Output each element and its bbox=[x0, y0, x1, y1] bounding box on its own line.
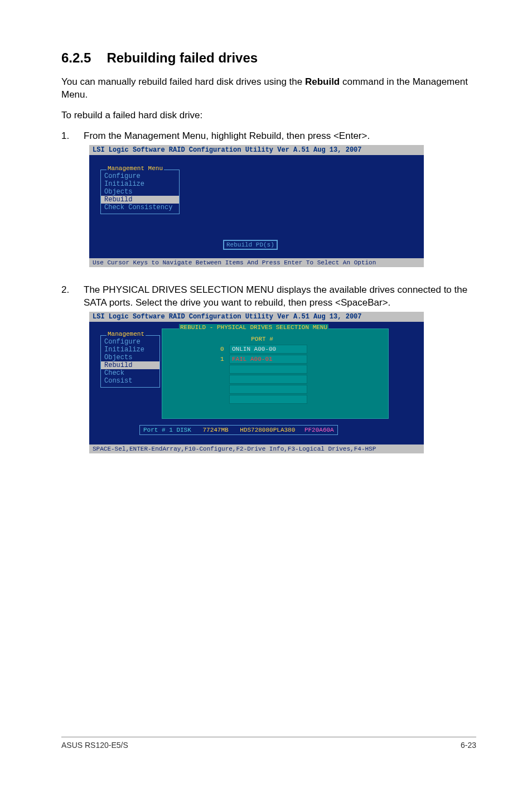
port-row[interactable]: 0ONLIN A00-00 bbox=[215, 345, 388, 354]
step1-b: , highlight bbox=[206, 131, 249, 141]
port-cell bbox=[229, 365, 307, 374]
step1-bold1: Management Menu bbox=[124, 131, 206, 141]
port-row bbox=[215, 395, 388, 404]
step-number: 2. bbox=[61, 284, 84, 310]
management-menu-legend: Management Menu bbox=[107, 165, 164, 172]
disk-info-panel: Port # 1 DISK 77247MB HDS728080PLA380 PF… bbox=[139, 425, 338, 435]
step-text: The PHYSICAL DRIVES SELECTION MENU displ… bbox=[84, 284, 476, 310]
disk-info-model: HDS728080PLA380 bbox=[240, 427, 295, 433]
step1-c: , then press <Enter>. bbox=[281, 131, 370, 141]
port-row bbox=[215, 365, 388, 374]
intro-paragraph: You can manually rebuild failed hard dis… bbox=[61, 76, 476, 102]
section-number: 6.2.5 bbox=[61, 50, 91, 65]
menu-item-objects[interactable]: Objects bbox=[101, 188, 179, 196]
menu-item-check-consist-2[interactable]: Check Consist bbox=[101, 369, 159, 385]
window-titlebar-2: LSI Logic Software RAID Configuration Ut… bbox=[89, 312, 424, 322]
management-menu-panel: Management Menu Configure Initialize Obj… bbox=[100, 170, 180, 214]
section-heading: 6.2.5Rebuilding failed drives bbox=[61, 50, 476, 66]
section-title: Rebuilding failed drives bbox=[107, 50, 258, 65]
menu-item-initialize-2[interactable]: Initialize bbox=[101, 346, 159, 354]
disk-info-serial: PF20A60A bbox=[304, 427, 334, 433]
port-header: PORT # bbox=[224, 335, 301, 344]
step1-bold2: Rebuild bbox=[249, 131, 282, 141]
menu-item-rebuild-2[interactable]: Rebuild bbox=[101, 361, 159, 369]
step2-a: The bbox=[84, 284, 103, 295]
disk-info-port: Port # 1 DISK bbox=[143, 427, 191, 433]
menu-item-rebuild[interactable]: Rebuild bbox=[101, 196, 179, 204]
intro-text-a: You can manually rebuild failed hard dis… bbox=[61, 76, 305, 87]
window-statusbar-2: SPACE-Sel,ENTER-EndArray,F10-Configure,F… bbox=[89, 445, 424, 453]
port-cell[interactable]: ONLIN A00-00 bbox=[229, 345, 307, 354]
port-cell bbox=[229, 375, 307, 384]
drive-selection-panel: REBUILD - PHYSICAL DRIVES SELECTION MENU… bbox=[162, 328, 389, 419]
screenshot-2: LSI Logic Software RAID Configuration Ut… bbox=[89, 312, 476, 453]
procedure-lead: To rebuild a failed hard disk drive: bbox=[61, 109, 476, 122]
footer-left: ASUS RS120-E5/S bbox=[61, 741, 128, 750]
step-2: 2. The PHYSICAL DRIVES SELECTION MENU di… bbox=[61, 284, 476, 310]
port-cell-fail[interactable]: FAIL A00-01 bbox=[229, 355, 307, 364]
footer-right: 6-23 bbox=[461, 741, 476, 750]
port-cell bbox=[229, 395, 307, 404]
step-number: 1. bbox=[61, 130, 84, 143]
screenshot-1: LSI Logic Software RAID Configuration Ut… bbox=[89, 145, 476, 267]
raid-utility-window-2: LSI Logic Software RAID Configuration Ut… bbox=[89, 312, 424, 453]
port-row bbox=[215, 375, 388, 384]
disk-info-size: 77247MB bbox=[202, 427, 228, 433]
management-menu-list-2: Configure Initialize Objects Rebuild Che… bbox=[101, 336, 159, 387]
raid-utility-window: LSI Logic Software RAID Configuration Ut… bbox=[89, 145, 424, 267]
menu-item-configure[interactable]: Configure bbox=[101, 172, 179, 180]
management-menu-list: Configure Initialize Objects Rebuild Che… bbox=[101, 170, 179, 214]
menu-item-initialize[interactable]: Initialize bbox=[101, 180, 179, 188]
port-cell bbox=[229, 385, 307, 394]
page-footer: ASUS RS120-E5/S 6-23 bbox=[61, 737, 476, 750]
port-index: 0 bbox=[220, 346, 226, 352]
menu-item-objects-2[interactable]: Objects bbox=[101, 354, 159, 361]
port-index: 1 bbox=[220, 356, 226, 363]
port-row[interactable]: 1FAIL A00-01 bbox=[215, 355, 388, 364]
step-1: 1. From the Management Menu, highlight R… bbox=[61, 130, 476, 143]
menu-item-check-consistency[interactable]: Check Consistency bbox=[101, 204, 179, 211]
step2-bold: PHYSICAL DRIVES SELECTION MENU bbox=[103, 284, 274, 295]
rebuild-pd-panel: Rebuild PD(s) bbox=[223, 240, 278, 250]
port-row bbox=[215, 385, 388, 394]
window-statusbar: Use Cursor Keys to Navigate Between Item… bbox=[89, 258, 424, 267]
step1-a: From the bbox=[84, 131, 124, 141]
step-text: From the Management Menu, highlight Rebu… bbox=[84, 130, 476, 143]
intro-bold: Rebuild bbox=[305, 76, 340, 87]
management-menu-panel-2: Management Configure Initialize Objects … bbox=[100, 335, 160, 388]
menu-item-configure-2[interactable]: Configure bbox=[101, 338, 159, 346]
drive-selection-legend: REBUILD - PHYSICAL DRIVES SELECTION MENU bbox=[179, 324, 328, 331]
window-titlebar: LSI Logic Software RAID Configuration Ut… bbox=[89, 145, 424, 155]
management-menu-legend-2: Management bbox=[107, 331, 146, 337]
port-rows: 0ONLIN A00-001FAIL A00-01 bbox=[162, 344, 388, 404]
